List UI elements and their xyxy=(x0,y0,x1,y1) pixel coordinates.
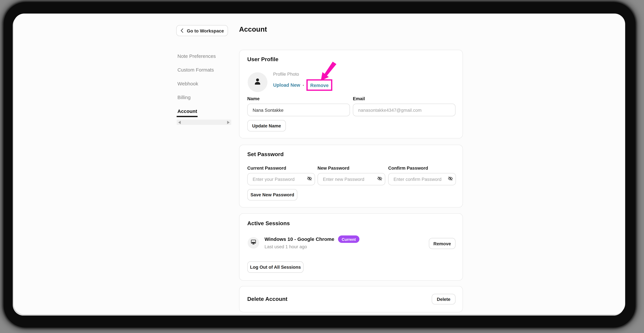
session-device-avatar xyxy=(248,237,259,248)
go-to-workspace-button[interactable]: Go to Workspace xyxy=(176,25,228,36)
sidebar-item-account[interactable]: Account xyxy=(178,108,197,114)
toggle-new-password-visibility[interactable] xyxy=(376,176,383,182)
delete-account-button[interactable]: Delete xyxy=(432,294,456,304)
eye-off-icon xyxy=(307,176,312,182)
save-new-password-button[interactable]: Save New Password xyxy=(247,189,298,200)
email-label: Email xyxy=(353,96,365,101)
active-sessions-card: Active Sessions Windows 10 - Google Chro… xyxy=(239,213,463,281)
sidebar-horizontal-scrollbar[interactable] xyxy=(177,120,231,125)
name-label: Name xyxy=(247,96,260,101)
sidebar-item-custom-formats[interactable]: Custom Formats xyxy=(178,67,214,73)
active-item-underline xyxy=(177,116,198,117)
go-to-workspace-label: Go to Workspace xyxy=(187,28,224,33)
current-password-input[interactable] xyxy=(247,173,315,185)
current-session-badge: Current xyxy=(338,236,360,243)
delete-account-card: Delete Account Delete xyxy=(239,286,463,312)
scroll-left-arrow-icon[interactable] xyxy=(178,121,181,124)
name-input[interactable] xyxy=(247,104,350,116)
session-last-used: Last used 1 hour ago xyxy=(264,244,307,249)
sidebar-item-billing[interactable]: Billing xyxy=(178,94,191,100)
active-sessions-title: Active Sessions xyxy=(247,220,290,226)
current-password-label: Current Password xyxy=(247,166,286,170)
eye-off-icon xyxy=(448,176,453,182)
new-password-input[interactable] xyxy=(318,173,385,185)
chevron-left-icon xyxy=(180,28,184,33)
logout-all-sessions-button[interactable]: Log Out of All Sessions xyxy=(247,261,304,273)
toggle-confirm-password-visibility[interactable] xyxy=(447,176,454,182)
new-password-label: New Password xyxy=(318,166,350,170)
upload-new-link[interactable]: Upload New xyxy=(273,82,300,88)
session-device-name: Windows 10 - Google Chrome xyxy=(264,236,334,242)
email-input[interactable] xyxy=(353,104,456,116)
update-name-button[interactable]: Update Name xyxy=(247,120,286,132)
monitor-icon xyxy=(250,239,257,247)
eye-off-icon xyxy=(377,176,382,182)
set-password-card: Set Password Current Password New Passwo… xyxy=(239,144,463,208)
delete-account-title: Delete Account xyxy=(247,296,288,302)
session-row: Windows 10 - Google Chrome Current xyxy=(264,236,360,243)
user-profile-card: User Profile Profile Photo Upload New • … xyxy=(239,50,463,138)
profile-photo-label: Profile Photo xyxy=(273,72,299,76)
scroll-right-arrow-icon[interactable] xyxy=(227,121,230,124)
screenshot-stage: Go to Workspace Account Note Preferences… xyxy=(0,0,644,333)
remove-link-highlight-box: Remove xyxy=(306,79,332,91)
link-separator-dot: • xyxy=(303,83,304,87)
set-password-title: Set Password xyxy=(247,151,284,157)
remove-session-button[interactable]: Remove xyxy=(429,238,456,249)
user-profile-title: User Profile xyxy=(247,56,278,62)
profile-avatar xyxy=(248,72,268,92)
app-window: Go to Workspace Account Note Preferences… xyxy=(14,14,625,314)
sidebar-item-webhook[interactable]: Webhook xyxy=(178,81,198,87)
profile-photo-actions: Upload New • Remove xyxy=(273,79,332,91)
sidebar-item-note-preferences[interactable]: Note Preferences xyxy=(178,54,216,59)
remove-photo-link[interactable]: Remove xyxy=(310,83,329,88)
confirm-password-label: Confirm Password xyxy=(388,166,428,170)
toggle-current-password-visibility[interactable] xyxy=(306,176,312,182)
page-title: Account xyxy=(239,26,267,34)
person-icon xyxy=(253,77,262,88)
confirm-password-input[interactable] xyxy=(388,173,456,185)
